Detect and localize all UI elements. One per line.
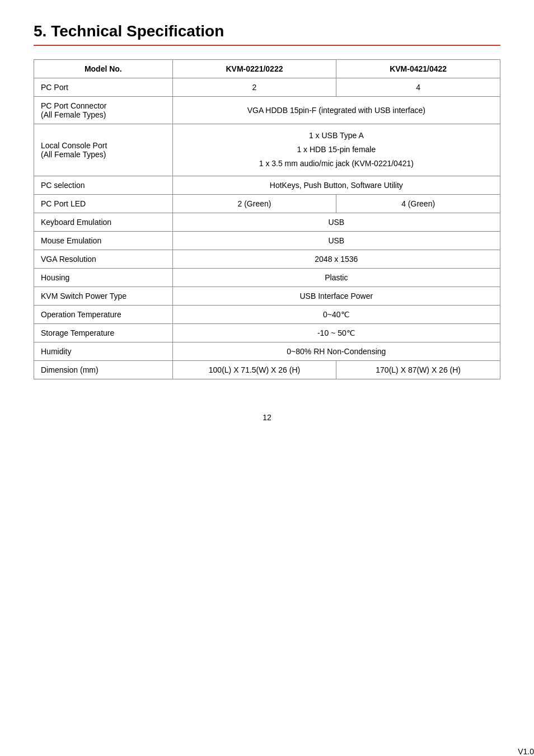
table-row: Humidity0~80% RH Non-Condensing <box>34 342 500 360</box>
row-value-span: 1 x USB Type A 1 x HDB 15-pin female 1 x… <box>172 124 500 176</box>
row-value-col3: 4 (Green) <box>336 194 500 213</box>
row-value-span: 0~40℃ <box>172 305 500 323</box>
row-value-span: USB <box>172 213 500 231</box>
row-value-span: VGA HDDB 15pin-F (integrated with USB in… <box>172 97 500 124</box>
table-row: HousingPlastic <box>34 268 500 287</box>
row-label: PC Port Connector (All Female Types) <box>34 97 173 124</box>
row-label: Local Console Port (All Female Types) <box>34 124 173 176</box>
page-number-label: 12 <box>34 413 500 422</box>
row-value-col3: 4 <box>336 78 500 97</box>
table-row: VGA Resolution2048 x 1536 <box>34 250 500 268</box>
row-value-col2: 2 (Green) <box>172 194 336 213</box>
row-label: Operation Temperature <box>34 305 173 323</box>
row-value-span: 2048 x 1536 <box>172 250 500 268</box>
row-label: Humidity <box>34 342 173 360</box>
row-label: Keyboard Emulation <box>34 213 173 231</box>
table-row: Storage Temperature-10 ~ 50℃ <box>34 323 500 342</box>
row-value-span: Plastic <box>172 268 500 287</box>
table-row: PC Port24 <box>34 78 500 97</box>
row-label: Storage Temperature <box>34 323 173 342</box>
row-value-span: USB Interface Power <box>172 287 500 305</box>
row-label: PC Port <box>34 78 173 97</box>
row-value-span: -10 ~ 50℃ <box>172 323 500 342</box>
row-value-col2: 100(L) X 71.5(W) X 26 (H) <box>172 360 336 379</box>
row-value-span: USB <box>172 231 500 250</box>
row-value-col3: 170(L) X 87(W) X 26 (H) <box>336 360 500 379</box>
row-label: Housing <box>34 268 173 287</box>
page-title: 5. Technical Specification <box>34 22 500 40</box>
row-value-col2: 2 <box>172 78 336 97</box>
table-row: Dimension (mm)100(L) X 71.5(W) X 26 (H)1… <box>34 360 500 379</box>
table-row: KVM Switch Power TypeUSB Interface Power <box>34 287 500 305</box>
table-row: PC Port LED2 (Green)4 (Green) <box>34 194 500 213</box>
header-model-no: Model No. <box>34 60 173 78</box>
footer-area: 12 V1.0 <box>34 413 500 422</box>
page-number: 12 <box>263 413 271 422</box>
title-divider <box>34 45 500 46</box>
row-value-span: 0~80% RH Non-Condensing <box>172 342 500 360</box>
spec-table: Model No. KVM-0221/0222 KVM-0421/0422 PC… <box>34 59 500 379</box>
table-row: Operation Temperature0~40℃ <box>34 305 500 323</box>
row-label: Mouse Emulation <box>34 231 173 250</box>
header-kvm-0421: KVM-0421/0422 <box>336 60 500 78</box>
row-label: VGA Resolution <box>34 250 173 268</box>
row-label: Dimension (mm) <box>34 360 173 379</box>
table-row: PC Port Connector (All Female Types)VGA … <box>34 97 500 124</box>
header-kvm-0221: KVM-0221/0222 <box>172 60 336 78</box>
row-value-span: HotKeys, Push Button, Software Utility <box>172 176 500 194</box>
table-row: Keyboard EmulationUSB <box>34 213 500 231</box>
row-label: PC Port LED <box>34 194 173 213</box>
version-label: V1.0 <box>518 747 534 756</box>
table-row: PC selectionHotKeys, Push Button, Softwa… <box>34 176 500 194</box>
table-row: Local Console Port (All Female Types)1 x… <box>34 124 500 176</box>
table-row: Mouse EmulationUSB <box>34 231 500 250</box>
row-label: PC selection <box>34 176 173 194</box>
row-label: KVM Switch Power Type <box>34 287 173 305</box>
version-text: V1.0 <box>518 747 534 756</box>
